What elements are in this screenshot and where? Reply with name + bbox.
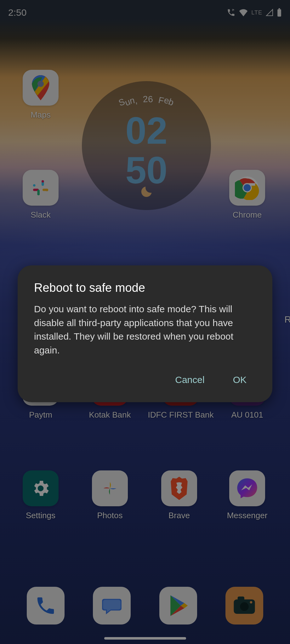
dialog-actions: Cancel OK [34, 372, 256, 393]
dialog-body: Do you want to reboot into safe mode? Th… [34, 302, 256, 357]
cancel-button[interactable]: Cancel [172, 372, 208, 388]
safe-mode-dialog: Reboot to safe mode Do you want to reboo… [18, 265, 272, 402]
dialog-title: Reboot to safe mode [34, 281, 256, 295]
ok-button[interactable]: OK [230, 372, 250, 388]
